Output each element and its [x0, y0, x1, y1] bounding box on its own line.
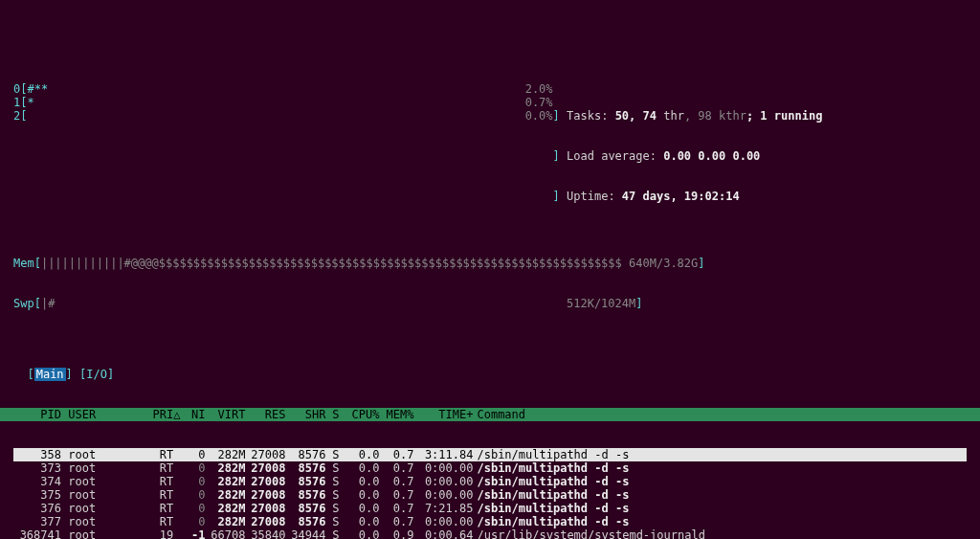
tab-main[interactable]: Main: [34, 368, 66, 381]
tasks-total: 50: [615, 109, 629, 123]
tab-io[interactable]: I/O: [86, 368, 107, 381]
col-time[interactable]: TIME+: [413, 408, 473, 421]
col-res[interactable]: RES: [245, 408, 285, 421]
col-virt[interactable]: VIRT: [205, 408, 245, 421]
col-mem[interactable]: MEM%: [379, 408, 413, 421]
col-s[interactable]: S: [325, 408, 339, 421]
tasks-thr: 74: [643, 109, 657, 123]
mem-text: 640M/3.82G: [629, 257, 698, 270]
tasks-kthr: , 98 kthr: [684, 109, 746, 123]
load-values: 0.00 0.00 0.00: [663, 149, 760, 163]
header: 0[#** 2.0%1[* 0.7%2[: [0, 54, 980, 324]
process-row[interactable]: 373 rootRT 0282M270088576S0.00.70:00.00/…: [13, 461, 967, 475]
col-cpu[interactable]: CPU%: [339, 408, 379, 421]
tasks-running: ; 1 running: [746, 109, 822, 123]
process-row[interactable]: 368741 root19 -1667083584034944S0.00.90:…: [13, 528, 967, 539]
swp-bar: Swp[|# 512K/1024M]: [13, 297, 967, 310]
process-row[interactable]: 375 rootRT 0282M270088576S0.00.70:00.00/…: [13, 488, 967, 502]
sort-arrow-icon: △: [173, 408, 180, 421]
tabs: [Main] [I/O]: [0, 350, 980, 381]
col-ni[interactable]: NI: [180, 408, 205, 421]
swp-text: 512K/1024M: [567, 297, 635, 310]
process-row[interactable]: 358 rootRT 0282M270088576S0.00.73:11.84/…: [13, 448, 967, 461]
process-row[interactable]: 376 rootRT 0282M270088576S0.00.77:21.85/…: [13, 502, 967, 515]
uptime-value: 47 days, 19:02:14: [622, 190, 740, 203]
cpu-bar-1: 1[* 0.7%: [13, 96, 553, 109]
process-row[interactable]: 374 rootRT 0282M270088576S0.00.70:00.00/…: [13, 475, 967, 488]
load-label: Load average:: [567, 149, 657, 163]
column-headers[interactable]: PID USERPRI△NIVIRTRESSHRSCPU%MEM%TIME+Co…: [0, 408, 980, 421]
col-shr[interactable]: SHR: [285, 408, 325, 421]
cpu-bar-0: 0[#** 2.0%: [13, 82, 553, 96]
uptime-label: Uptime:: [567, 190, 615, 203]
col-cmd[interactable]: Command: [473, 408, 525, 421]
cpu-bar-2: 2[ 0.0%: [13, 109, 553, 123]
tasks-label: Tasks:: [567, 109, 608, 123]
process-list[interactable]: 358 rootRT 0282M270088576S0.00.73:11.84/…: [0, 448, 980, 539]
process-row[interactable]: 377 rootRT 0282M270088576S0.00.70:00.00/…: [13, 515, 967, 528]
col-pid[interactable]: PID: [13, 408, 61, 421]
mem-bar: Mem[||||||||||||#@@@@$$$$$$$$$$$$$$$$$$$…: [13, 257, 967, 270]
col-pri[interactable]: PRI: [145, 408, 173, 421]
col-user[interactable]: USER: [68, 408, 145, 421]
